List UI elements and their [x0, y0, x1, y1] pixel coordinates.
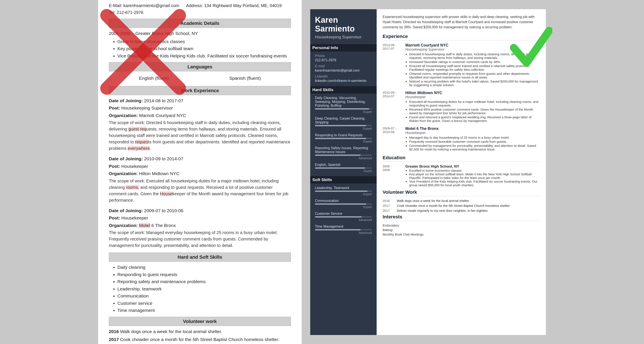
work-entry-2: Date of Joining: 2010-09 to 2014-07 Post…	[109, 155, 291, 203]
volunteer-section-title: Volunteer work	[109, 317, 291, 326]
work-dates-1: Date of Joining: 2014-08 to 2017-07	[109, 97, 291, 104]
exp-entry-3: 2009-07 -2010-06 Motel 6 The Bronx House…	[383, 126, 540, 152]
tel-value: 212-671-2976	[117, 10, 144, 15]
skill-communication: Communication Expert	[315, 199, 372, 209]
sidebar-soft-skills-title: Soft Skills	[310, 176, 377, 183]
lang2: Spanish (fluent)	[229, 75, 261, 82]
list-item: Received 95% positive customer comment c…	[409, 108, 540, 115]
resume-left: Karen Sarmiento E-Mail: karenhsarmiento@…	[98, 0, 302, 344]
list-item: Key player on the school softball team. …	[409, 172, 540, 180]
exp-entry-2: 2010-09 -2014-07 Hilton Midtown NYC Hous…	[383, 91, 540, 123]
school-header: 2005-2009 – Greater Bronx High School, N…	[109, 30, 291, 37]
interest-1: Embroidery	[383, 224, 540, 227]
list-item: Reporting safety and maintenance problem…	[118, 278, 291, 285]
list-item: Communication	[118, 292, 291, 299]
list-item: Key player on the school softball team	[118, 45, 291, 52]
list-item: Excelled in home economics classes.	[409, 169, 540, 172]
interests-title: Interests	[383, 214, 540, 221]
work-post-1: Post: Housekeeping Supervisor	[109, 105, 291, 111]
lang1: English (fluent)	[139, 75, 169, 82]
skills-section-title: Hard and Soft Skills	[109, 252, 291, 262]
list-item: Great in home economics classes	[118, 38, 291, 45]
skill-leadership: Leadership, Teamwork Expert	[315, 186, 372, 196]
list-item: Time management	[118, 307, 291, 314]
tel-label: Tel:	[109, 10, 116, 15]
experience-title: Experience	[383, 34, 540, 41]
list-item: Directed 6 housekeeping staff in daily d…	[409, 52, 540, 60]
left-tel: Tel: 212-671-2976	[109, 9, 291, 16]
skill-customer-service: Customer Service Advanced	[315, 212, 372, 222]
list-item: Ensured all housekeeping staff were trai…	[409, 64, 540, 71]
education-title: Education	[383, 155, 540, 162]
sidebar-name: KarenSarmiento	[315, 16, 372, 34]
list-item: Executed all housekeeping duties for a m…	[409, 100, 540, 107]
work-dates-2: Date of Joining: 2010-09 to 2014-07	[109, 155, 291, 162]
sidebar-title: Housekeeping Supervisor	[315, 35, 372, 40]
school-bullets: Great in home economics classes Key play…	[118, 38, 291, 59]
volunteer-section: 2016 Walk dogs once a week for the local…	[109, 328, 291, 344]
work-entry-1: Date of Joining: 2014-08 to 2017-07 Post…	[109, 97, 291, 152]
list-item: Leadership, teamwork	[118, 285, 291, 292]
work-org-3: Organization: Motel 6 The Bronx	[109, 222, 291, 229]
email-value: karenhsarmiento@gmail.com	[124, 3, 179, 8]
volunteer-1: 2016 Walk dogs once a week for the local…	[109, 328, 291, 335]
work-org-1: Organization: Marriott Courtyard NYC	[109, 112, 291, 119]
sidebar: KarenSarmiento Housekeeping Supervisor P…	[310, 9, 377, 335]
left-email: E-Mail: karenhsarmiento@gmail.com Addres…	[109, 2, 291, 9]
volunteer-2: 2017 Cook chowder once a month for the 5…	[109, 336, 291, 343]
languages-row: English (fluent) Spanish (fluent)	[109, 74, 291, 83]
list-item: Responding to guest requests	[118, 271, 291, 278]
list-item: Found and returned a guest's misplaced w…	[409, 115, 540, 123]
edu-entry-1: 2005 -2009 Greater Bronx High School, NY…	[383, 164, 540, 187]
list-item: Vice President of the Kids Helping Kids …	[409, 180, 540, 187]
work-dates-3: Date of Joining: 2009-07 to 2010-06	[109, 207, 291, 214]
interests-list: Embroidery Baking Monthly Book Club Meet…	[383, 224, 540, 236]
skills-list: Daily cleaning Responding to guest reque…	[118, 264, 291, 314]
list-item: Managed day to day housekeeping of 25 ro…	[409, 136, 540, 139]
main-content: Experienced housekeeping supervisor with…	[377, 9, 546, 335]
skill-time-management: Time Management Advanced	[315, 225, 372, 234]
list-item: Commended by management for punctuality,…	[409, 144, 540, 151]
exp-entry-1: 2014-08 -2017-07 Marriott Courtyard NYC …	[383, 43, 540, 87]
work-org-2: Organization: Hilton Midtown NYC	[109, 170, 291, 177]
address-value: 134 Rightward Way Portland, ME, 04019	[204, 3, 282, 8]
volunteer-2: 2017 Cook chowder once a month for the 5…	[383, 204, 540, 207]
work-entry-3: Date of Joining: 2009-07 to 2010-06 Post…	[109, 207, 291, 249]
work-scope-2: The scope of work: Executed all housekee…	[109, 178, 291, 203]
skill-guest-requests: Responding to Guest Requests Expert	[315, 133, 372, 143]
sidebar-personal-info-title: Personal Info	[310, 44, 377, 52]
academic-section-title: Academic Details	[109, 19, 291, 28]
sidebar-phone: Phone 212-671-2976	[315, 54, 372, 62]
work-post-3: Post: Housekeeper	[109, 215, 291, 221]
work-post-2: Post: Housekeeper	[109, 163, 291, 170]
resume-right: KarenSarmiento Housekeeping Supervisor P…	[310, 9, 546, 335]
sidebar-email: E-mail karenhsarmiento@gmail.com	[315, 64, 372, 73]
address-label: Address:	[186, 3, 203, 8]
summary-text: Experienced housekeeping supervisor with…	[383, 14, 540, 30]
skill-daily-cleaning: Daily Cleaning, Vacuuming, Sweeping, Mop…	[315, 96, 372, 114]
email-label: E-Mail:	[109, 3, 122, 8]
work-scope-3: The scope of work: Managed everyday hous…	[109, 229, 291, 249]
languages-section-title: Languages	[109, 62, 291, 71]
sidebar-linkedin: LinkedIn linkedin.com/in/karen-h-sarmien…	[315, 75, 372, 83]
left-name: Karen Sarmiento	[109, 0, 291, 2]
skill-languages: English, Spanish Fluent	[315, 163, 372, 173]
skill-deep-cleaning: Deep Cleaning, Carpet Cleaning, Strippin…	[315, 117, 372, 130]
skill-safety: Reporting Safety Issues, Reporting Maint…	[315, 146, 372, 160]
interest-3: Monthly Book Club Meetings	[383, 233, 540, 236]
work-scope-1: The scope of work: Directed 6 housekeepi…	[109, 119, 291, 152]
interest-2: Baking	[383, 228, 540, 232]
list-item: Noticed a recurring problem with the hot…	[409, 80, 540, 87]
work-section-title: Work Experience	[109, 86, 291, 95]
list-item: Vice President of the Kids Helping Kids …	[118, 53, 291, 59]
volunteer-3: 2017 Deliver meals regularly to my next …	[383, 209, 540, 212]
volunteer-title: Volunteer Work	[383, 189, 540, 196]
list-item: Cleaned rooms, responded promptly to req…	[409, 72, 540, 79]
list-item: Increased favorable ratings in customer …	[409, 60, 540, 64]
list-item: Customer service	[118, 300, 291, 307]
list-item: Daily cleaning	[118, 264, 291, 271]
sidebar-hard-skills-title: Hard Skills	[310, 86, 377, 94]
volunteer-1: 2016 Walk dogs once a week for the local…	[383, 199, 540, 203]
list-item: Frequently received favorable customer c…	[409, 140, 540, 143]
